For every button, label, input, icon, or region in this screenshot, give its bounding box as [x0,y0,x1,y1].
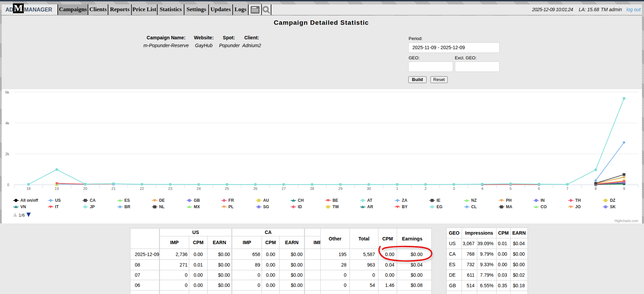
svg-text:MA: MA [506,204,512,209]
svg-text:AT: AT [367,198,373,203]
svg-text:26: 26 [253,187,257,191]
svg-text:IT: IT [55,204,59,209]
svg-text:4k: 4k [5,121,9,125]
svg-text:25: 25 [225,187,229,191]
svg-text:4: 4 [481,187,483,191]
svg-text:20: 20 [83,187,87,191]
svg-text:5: 5 [509,187,512,191]
svg-text:18: 18 [26,187,31,191]
svg-text:Highcharts.com: Highcharts.com [615,219,638,223]
svg-text:US: US [55,198,61,203]
svg-text:3: 3 [453,187,455,191]
svg-text:MX: MX [194,204,200,209]
svg-text:24: 24 [197,187,201,191]
svg-text:27: 27 [282,187,286,191]
svg-text:30: 30 [367,187,371,191]
svg-text:SK: SK [610,204,616,209]
svg-text:JP: JP [90,204,95,209]
svg-text:BY: BY [402,204,408,209]
svg-text:CO: CO [541,204,547,209]
svg-text:29: 29 [338,187,342,191]
svg-text:22: 22 [140,187,144,191]
svg-text:SG: SG [263,204,269,209]
svg-text:21: 21 [111,187,115,191]
svg-text:NZ: NZ [471,198,477,203]
svg-text:PH: PH [506,198,512,203]
svg-text:2: 2 [425,187,427,191]
svg-text:0: 0 [7,183,9,187]
svg-text:ID: ID [298,204,302,209]
svg-text:PL: PL [229,204,234,209]
svg-text:JO: JO [575,204,581,209]
svg-text:ZA: ZA [402,198,407,203]
svg-text:DZ: DZ [610,198,615,203]
svg-text:2k: 2k [5,152,9,156]
svg-text:AR: AR [367,204,373,209]
svg-text:CA: CA [90,198,96,203]
svg-text:FR: FR [229,198,234,203]
svg-text:VN: VN [20,204,26,209]
svg-text:TH: TH [575,198,581,203]
svg-text:7: 7 [566,187,568,191]
svg-text:6k: 6k [5,90,9,94]
svg-text:TW: TW [333,204,339,209]
svg-text:19: 19 [55,187,59,191]
svg-text:CL: CL [471,204,477,209]
svg-text:BE: BE [333,198,338,203]
svg-text:IN: IN [541,198,545,203]
svg-text:DE: DE [159,198,165,203]
svg-text:GB: GB [194,198,200,203]
svg-text:1/6: 1/6 [19,213,25,218]
svg-text:IE: IE [436,198,440,203]
svg-text:23: 23 [168,187,172,191]
svg-text:AU: AU [263,198,269,203]
svg-text:EG: EG [436,204,442,209]
svg-text:1: 1 [396,187,398,191]
svg-text:All on/off: All on/off [20,198,38,203]
svg-text:6: 6 [538,187,540,191]
svg-text:BR: BR [124,204,130,209]
svg-text:ES: ES [124,198,130,203]
svg-text:9: 9 [623,187,625,191]
svg-text:28: 28 [310,187,314,191]
svg-text:NL: NL [159,204,164,209]
svg-text:CH: CH [298,198,304,203]
svg-text:8: 8 [595,187,597,191]
